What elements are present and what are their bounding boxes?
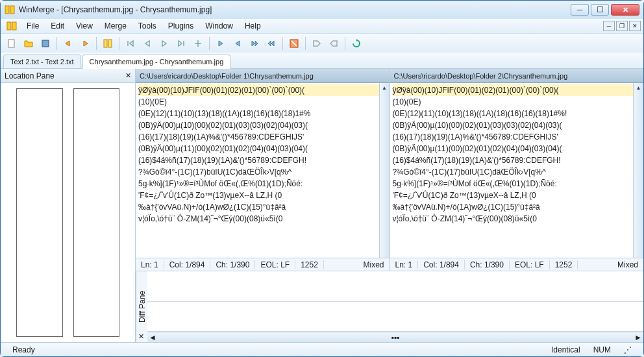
content-line: ÿØÿà(00)(10)JFIF(00)(01)(02)(01)(00)`(00… — [393, 84, 641, 96]
copy-all-right-button[interactable] — [264, 36, 279, 51]
refresh-button[interactable] — [349, 36, 364, 51]
diff-next-button[interactable] — [101, 36, 115, 51]
scrollbar-horizontal[interactable]: ◄▪▪▪► — [147, 332, 643, 342]
location-thumb-left[interactable] — [16, 88, 63, 337]
app-menu-icon[interactable] — [6, 20, 18, 32]
svg-rect-2 — [7, 22, 11, 30]
mdi-restore-button[interactable]: ❐ — [616, 21, 628, 31]
svg-rect-0 — [5, 6, 9, 14]
menu-help[interactable]: Help — [240, 19, 266, 32]
toolbar — [1, 33, 643, 53]
content-line: (0B)ÿÄ(00)µ(11)(00)(02)(01)(02)(04)(04)(… — [393, 143, 641, 154]
content-line: 5g·k%](1F)¹»®=í³ÙMof öŒ«(,Œ%(01)(1D);Ñöé… — [138, 178, 387, 190]
content-line: ‰à†{'övVAü.N)+/ó(1A)wØ¿(1C)(15)°ù‡ã²â — [138, 201, 387, 213]
content-line: (16)$4á%ñ(17)(18)(19)(1A)&'()*56789:CDEF… — [393, 154, 641, 166]
menu-edit[interactable]: Edit — [45, 19, 69, 32]
location-pane-header: Location Pane ✕ — [1, 69, 135, 83]
svg-rect-5 — [42, 40, 49, 47]
menu-tools[interactable]: Tools — [133, 19, 162, 32]
content-line: ?¾Gò©î4°-(1C)(17)bûIU(1C)däŒÖÎk›V[q%^ — [393, 166, 641, 178]
content-line: v¦óÏo,\ó†ü¨ Ó-ZM(14)˜¬°Œý(00)(08)ü«5ì(0 — [138, 213, 387, 225]
last-diff-button[interactable] — [174, 36, 188, 51]
goto-diff-button[interactable] — [191, 36, 205, 51]
menu-view[interactable]: View — [71, 19, 98, 32]
first-diff-button[interactable] — [123, 36, 138, 51]
tab-chrysanthemum[interactable]: Chrysanthemum.jpg - Chrysanthemum.jpg — [82, 55, 231, 69]
status-eol: EOL: LF — [510, 260, 550, 269]
open-button[interactable] — [21, 36, 36, 51]
location-pane-title: Location Pane — [5, 71, 55, 80]
right-content[interactable]: ÿØÿà(00)(10)JFIF(00)(01)(02)(01)(00)`(00… — [390, 83, 644, 258]
menu-merge[interactable]: Merge — [99, 19, 132, 32]
scrollbar-vertical[interactable]: ▲ — [379, 83, 390, 258]
left-content[interactable]: ÿØÿà(00)(10)JFIF(00)(01)(02)(01)(00)`(00… — [136, 83, 390, 258]
content-line: v¦óÏo,\ó†ü¨ Ó-ZM(14)˜¬°Œý(00)(08)ü«5ì(0 — [393, 213, 641, 225]
all-right-button[interactable] — [310, 36, 324, 51]
content-line: ‰à†{'övVAü.N)+/ó(1A)wØ¿(1C)(15)°ù‡ã²â — [393, 201, 641, 213]
svg-rect-1 — [10, 6, 14, 14]
location-pane-close-icon[interactable]: ✕ — [125, 71, 131, 80]
content-line: (10)(0E) — [138, 96, 387, 108]
content-line: (10)(0E) — [393, 96, 641, 108]
status-ln: Ln: 1 — [390, 260, 419, 269]
status-mode: Mixed — [612, 260, 643, 269]
menu-window[interactable]: Window — [200, 19, 238, 32]
right-status: Ln: 1 Col: 1/894 Ch: 1/390 EOL: LF 1252 … — [390, 258, 644, 271]
diff-pane-row[interactable] — [147, 302, 643, 332]
prev-diff-button[interactable] — [140, 36, 155, 51]
status-identical: Identical — [545, 345, 587, 354]
resize-grip-icon[interactable]: ⋰ — [617, 345, 638, 354]
redo-button[interactable] — [78, 36, 92, 51]
next-diff-button[interactable] — [157, 36, 171, 51]
content-line: (16)$4á%ñ(17)(18)(19)(1A)&'()*56789:CDEF… — [138, 154, 387, 166]
titlebar: WinMerge - [Chrysanthemum.jpg - Chrysant… — [1, 1, 643, 19]
options-button[interactable] — [287, 36, 301, 51]
copy-right-button[interactable] — [230, 36, 245, 51]
separator-icon — [345, 37, 345, 50]
window-title: WinMerge - [Chrysanthemum.jpg - Chrysant… — [19, 5, 571, 14]
minimize-button[interactable]: ─ — [571, 4, 589, 16]
menu-plugins[interactable]: Plugins — [163, 19, 199, 32]
left-path-header: C:\Users\ricardo\Desktop\Folder 1\Chrysa… — [136, 69, 390, 83]
new-button[interactable] — [5, 36, 19, 51]
svg-rect-7 — [108, 40, 112, 47]
maximize-button[interactable]: ☐ — [591, 4, 609, 16]
right-path-header: C:\Users\ricardo\Desktop\Folder 2\Chrysa… — [390, 69, 644, 83]
diff-pane-row[interactable] — [147, 271, 643, 302]
content-line: (0B)ÿÄ(00)µ(11)(00)(02)(01)(02)(04)(04)(… — [138, 143, 387, 154]
content-line: ?¾Gò©î4°-(1C)(17)bûIU(1C)däŒÖÎk›V[q%^ — [138, 166, 387, 178]
save-button[interactable] — [38, 36, 53, 51]
content-line: 'F¢=¿/˜v'Û(1C)ð Zo™(13)vµeX--â LZ,H (0 — [138, 190, 387, 201]
tab-text2[interactable]: Text 2.txt - Text 2.txt — [3, 55, 81, 68]
content-line: ÿØÿà(00)(10)JFIF(00)(01)(02)(01)(00)`(00… — [138, 84, 387, 96]
mdi-minimize-button[interactable]: ─ — [603, 21, 615, 31]
status-mode: Mixed — [358, 260, 389, 269]
content-line: 'F¢=¿/˜v'Û(1C)ð Zo™(13)vµeX--â LZ,H (0 — [393, 190, 641, 201]
status-col: Col: 1/894 — [164, 260, 211, 269]
content-line: (0B)ÿÄ(00)µ(10)(00)(02)(01)(03)(03)(02)(… — [393, 119, 641, 131]
location-pane: Location Pane ✕ — [1, 69, 136, 342]
svg-rect-4 — [8, 40, 14, 47]
client-area: Location Pane ✕ C:\Users\ricardo\Desktop… — [1, 68, 643, 342]
mdi-close-button[interactable]: ✕ — [629, 21, 641, 31]
separator-icon — [56, 37, 57, 50]
status-col: Col: 1/894 — [418, 260, 465, 269]
copy-all-left-button[interactable] — [247, 36, 262, 51]
copy-left-button[interactable] — [214, 36, 228, 51]
compare-pane-left: C:\Users\ricardo\Desktop\Folder 1\Chrysa… — [136, 69, 390, 271]
all-left-button[interactable] — [327, 36, 341, 51]
diff-pane-close-icon[interactable]: ✕ — [138, 332, 146, 341]
status-ln: Ln: 1 — [136, 260, 164, 269]
svg-rect-3 — [12, 22, 16, 30]
undo-button[interactable] — [61, 36, 75, 51]
scrollbar-vertical[interactable]: ▲ — [633, 83, 643, 258]
menu-file[interactable]: File — [21, 19, 44, 32]
location-thumb-right[interactable] — [73, 88, 120, 337]
status-ch: Ch: 1/390 — [465, 260, 510, 269]
close-button[interactable]: ✕ — [611, 4, 639, 16]
separator-icon — [96, 37, 97, 50]
content-line: (0E)(12)(11)(10)(13)(18)((1A)(18)(16)(16… — [393, 108, 641, 119]
status-eol: EOL: LF — [255, 260, 295, 269]
status-ready: Ready — [6, 345, 42, 354]
content-line: 5g·k%](1F)¹»®=í³ÙMof öŒ«(,Œ%(01)(1D);Ñöé… — [393, 178, 641, 190]
